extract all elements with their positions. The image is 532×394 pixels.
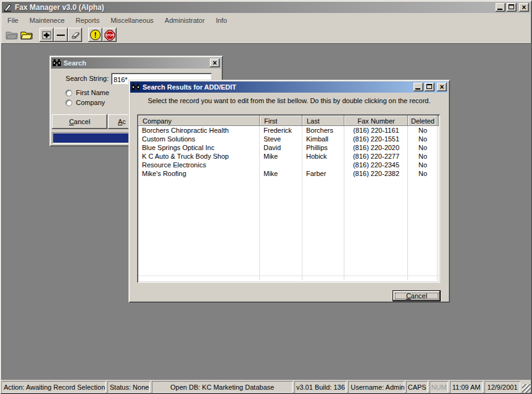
status-version: v3.01 Build: 136 xyxy=(294,381,346,393)
radio-first-name-label[interactable]: First Name xyxy=(76,89,109,96)
status-time: 11:09 AM xyxy=(450,381,483,393)
add-record-icon[interactable] xyxy=(39,28,54,42)
column-header-last[interactable]: Last xyxy=(302,115,344,126)
column-header-filler xyxy=(438,115,439,126)
search-dialog-title: Search xyxy=(64,59,86,67)
results-table: Company First Last Fax Number Deleted Bo… xyxy=(137,114,440,283)
results-titlebar: Search Results for ADD/EDIT × xyxy=(130,82,448,93)
binoculars-icon xyxy=(131,83,140,91)
menu-miscellaneous[interactable]: Miscellaneous xyxy=(110,17,154,24)
instruction-text: Select the record you want to edit from … xyxy=(128,97,450,104)
status-bar: Action: Awaiting Record Selection Status… xyxy=(1,380,531,393)
svg-text:STOP: STOP xyxy=(106,34,113,37)
cancel-button[interactable]: Cancel xyxy=(52,114,107,129)
menu-info[interactable]: Info xyxy=(216,17,227,24)
maximize-icon[interactable] xyxy=(425,83,434,91)
table-header-row: Company First Last Fax Number Deleted xyxy=(138,115,439,126)
minimize-icon[interactable] xyxy=(414,83,423,91)
status-open-db: Open DB: KC Marketing Database xyxy=(152,381,293,393)
radio-company[interactable] xyxy=(65,99,72,106)
table-row[interactable]: Borchers Chiropractic Health Frederick B… xyxy=(138,126,439,135)
window-title: Fax Manager v3.0 (Alpha) xyxy=(15,3,104,12)
column-header-deleted[interactable]: Deleted xyxy=(408,115,438,126)
results-window-title: Search Results for ADD/EDIT xyxy=(143,83,236,91)
cancel-button[interactable]: Cancel xyxy=(393,290,441,301)
search-results-window: Search Results for ADD/EDIT × Select the… xyxy=(128,80,450,303)
folder-closed-icon[interactable] xyxy=(4,28,19,42)
radio-first-name[interactable] xyxy=(65,90,72,96)
status-date: 12/9/2001 xyxy=(484,381,520,393)
minimize-icon[interactable] xyxy=(496,3,505,12)
resize-grip[interactable] xyxy=(522,384,531,393)
column-header-fax-number[interactable]: Fax Number xyxy=(344,115,408,126)
folder-open-icon[interactable] xyxy=(19,28,34,42)
menu-reports[interactable]: Reports xyxy=(76,17,100,24)
eraser-icon[interactable] xyxy=(68,28,82,42)
stop-icon[interactable]: STOP xyxy=(102,28,117,42)
menu-bar: File Maintenece Reports Miscellaneous Ad… xyxy=(2,14,530,27)
menu-maintenece[interactable]: Maintenece xyxy=(30,17,65,24)
status-username: Username: Admin xyxy=(348,381,404,393)
column-header-company[interactable]: Company xyxy=(138,115,260,126)
search-dialog-titlebar: Search × xyxy=(51,57,221,69)
menu-file[interactable]: File xyxy=(7,17,19,24)
close-icon[interactable]: × xyxy=(437,83,447,91)
status-action: Action: Awaiting Record Selection xyxy=(1,381,106,393)
close-icon[interactable]: × xyxy=(519,3,529,12)
remove-record-icon[interactable] xyxy=(54,28,68,42)
toolbar: ! STOP xyxy=(2,27,530,43)
binoculars-icon xyxy=(52,59,61,67)
main-window: Fax Manager v3.0 (Alpha) × File Maintene… xyxy=(0,0,532,394)
main-titlebar: Fax Manager v3.0 (Alpha) × xyxy=(2,2,530,13)
table-row[interactable]: Blue Springs Optical Inc David Phillips … xyxy=(138,143,439,152)
table-row[interactable]: Custom Solutions Steve Kimball (816) 220… xyxy=(138,135,439,143)
alert-icon[interactable]: ! xyxy=(88,28,102,42)
table-row[interactable]: K C Auto & Truck Body Shop Mike Hobick (… xyxy=(138,152,439,161)
status-num: NUM xyxy=(430,381,448,393)
maximize-icon[interactable] xyxy=(507,3,517,12)
radio-company-label[interactable]: Company xyxy=(76,99,105,106)
menu-administrator[interactable]: Administrator xyxy=(165,17,205,24)
table-row[interactable]: Mike's Roofing Mike Farber (816) 220-238… xyxy=(138,169,439,178)
column-header-first[interactable]: First xyxy=(260,115,302,126)
table-row[interactable]: Resource Electronics (816) 220-2345 No xyxy=(138,161,439,169)
close-icon[interactable]: × xyxy=(210,59,220,67)
status-caps: CAPS xyxy=(406,381,428,393)
table-body: Borchers Chiropractic Health Frederick B… xyxy=(138,126,439,280)
status-status: Status: None xyxy=(107,381,150,393)
search-string-label: Search String: xyxy=(60,75,109,82)
app-fax-icon xyxy=(3,3,12,12)
